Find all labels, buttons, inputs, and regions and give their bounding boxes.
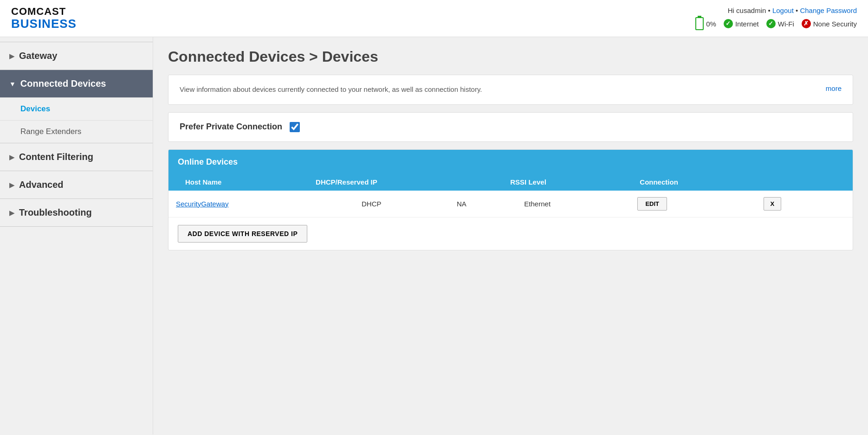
prefer-private-label: Prefer Private Connection	[180, 122, 282, 132]
logout-link[interactable]: Logout	[772, 6, 794, 14]
more-link[interactable]: more	[826, 84, 842, 92]
edit-button[interactable]: EDIT	[637, 197, 667, 211]
battery-icon	[695, 17, 704, 30]
sidebar-sub-item-range-extenders[interactable]: Range Extenders	[0, 120, 153, 143]
sidebar-sub-connected-devices: Devices Range Extenders	[0, 97, 153, 143]
logo: COMCAST BUSINESS	[11, 6, 77, 31]
cell-delete: X	[752, 191, 853, 218]
sidebar-item-label-gateway: Gateway	[19, 51, 57, 61]
advanced-arrow-icon: ▶	[9, 181, 14, 189]
info-box: View information about devices currently…	[168, 75, 853, 105]
battery-status: 0%	[695, 17, 716, 30]
sidebar-item-troubleshooting[interactable]: ▶ Troubleshooting	[0, 199, 153, 226]
internet-status: ✓ Internet	[724, 19, 759, 28]
security-x-icon: ✗	[802, 19, 811, 28]
logo-business: BUSINESS	[11, 17, 77, 31]
wifi-status: ✓ Wi-Fi	[766, 19, 794, 28]
sidebar-item-label-troubleshooting: Troubleshooting	[19, 207, 92, 218]
header-status-row: 0% ✓ Internet ✓ Wi-Fi ✗ None Security	[695, 17, 857, 30]
header-user-row: Hi cusadmin • Logout • Change Password	[695, 6, 857, 14]
add-device-container: ADD DEVICE WITH RESERVED IP	[168, 218, 853, 250]
gateway-arrow-icon: ▶	[9, 52, 14, 60]
cell-edit: EDIT	[630, 191, 752, 218]
battery-percent: 0%	[706, 20, 716, 28]
sidebar-item-gateway[interactable]: ▶ Gateway	[0, 42, 153, 70]
online-devices-box: Online Devices Host Name DHCP/Reserved I…	[168, 149, 853, 250]
internet-check-icon: ✓	[724, 19, 733, 28]
sidebar-item-label-content-filtering: Content Filtering	[19, 152, 93, 162]
sidebar: ▶ Gateway ▼ Connected Devices Devices Ra…	[0, 37, 153, 435]
sidebar-section-gateway: ▶ Gateway	[0, 42, 153, 70]
add-device-button[interactable]: ADD DEVICE WITH RESERVED IP	[178, 225, 307, 243]
change-password-link[interactable]: Change Password	[800, 6, 857, 14]
security-status: ✗ None Security	[802, 19, 857, 28]
connected-devices-arrow-icon: ▼	[9, 80, 16, 88]
layout: ▶ Gateway ▼ Connected Devices Devices Ra…	[0, 37, 868, 435]
security-label: None Security	[813, 20, 857, 28]
col-header-rssi: RSSI Level	[503, 173, 632, 191]
cell-rssi: NA	[449, 191, 517, 218]
sidebar-section-troubleshooting: ▶ Troubleshooting	[0, 198, 153, 227]
hostname-link[interactable]: SecurityGateway	[176, 200, 228, 208]
cell-hostname: SecurityGateway	[168, 191, 354, 218]
col-header-hostname: Host Name	[178, 173, 308, 191]
internet-label: Internet	[735, 20, 759, 28]
separator1: •	[768, 6, 770, 14]
devices-data-table: SecurityGateway DHCP NA Ethernet EDIT X	[168, 191, 853, 218]
col-header-connection: Connection	[632, 173, 768, 191]
wifi-check-icon: ✓	[766, 19, 776, 28]
separator2: •	[796, 6, 798, 14]
sidebar-item-content-filtering[interactable]: ▶ Content Filtering	[0, 143, 153, 171]
sidebar-item-connected-devices[interactable]: ▼ Connected Devices	[0, 70, 153, 97]
sidebar-sub-label-range-extenders: Range Extenders	[20, 127, 81, 136]
troubleshooting-arrow-icon: ▶	[9, 209, 14, 217]
sidebar-section-content-filtering: ▶ Content Filtering	[0, 143, 153, 171]
cell-dhcp: DHCP	[354, 191, 449, 218]
col-header-actions	[768, 173, 806, 191]
sidebar-section-advanced: ▶ Advanced	[0, 171, 153, 198]
delete-button[interactable]: X	[764, 197, 782, 211]
online-devices-header: Online Devices Host Name DHCP/Reserved I…	[168, 150, 853, 191]
sidebar-item-label-connected-devices: Connected Devices	[20, 78, 106, 89]
col-header-dhcp: DHCP/Reserved IP	[308, 173, 503, 191]
table-row: SecurityGateway DHCP NA Ethernet EDIT X	[168, 191, 853, 218]
header-right: Hi cusadmin • Logout • Change Password 0…	[695, 6, 857, 30]
sidebar-section-connected-devices: ▼ Connected Devices Devices Range Extend…	[0, 70, 153, 143]
info-box-text: View information about devices currently…	[180, 84, 482, 95]
sidebar-item-label-advanced: Advanced	[19, 179, 64, 190]
sidebar-item-advanced[interactable]: ▶ Advanced	[0, 171, 153, 198]
main-content: Connected Devices > Devices View informa…	[153, 37, 868, 435]
page-title: Connected Devices > Devices	[168, 48, 853, 65]
sidebar-sub-label-devices: Devices	[20, 104, 50, 113]
cell-connection: Ethernet	[517, 191, 630, 218]
devices-table: Host Name DHCP/Reserved IP RSSI Level Co…	[178, 173, 843, 191]
online-devices-title: Online Devices	[178, 157, 843, 167]
col-header-delete	[805, 173, 843, 191]
sidebar-sub-item-devices[interactable]: Devices	[0, 97, 153, 120]
prefer-private-checkbox[interactable]	[290, 122, 300, 132]
prefer-private-box: Prefer Private Connection	[168, 112, 853, 142]
greeting-text: Hi cusadmin	[728, 6, 766, 14]
header: COMCAST BUSINESS Hi cusadmin • Logout • …	[0, 0, 868, 37]
logo-comcast: COMCAST	[11, 6, 77, 17]
content-filtering-arrow-icon: ▶	[9, 154, 14, 161]
wifi-label: Wi-Fi	[778, 20, 794, 28]
